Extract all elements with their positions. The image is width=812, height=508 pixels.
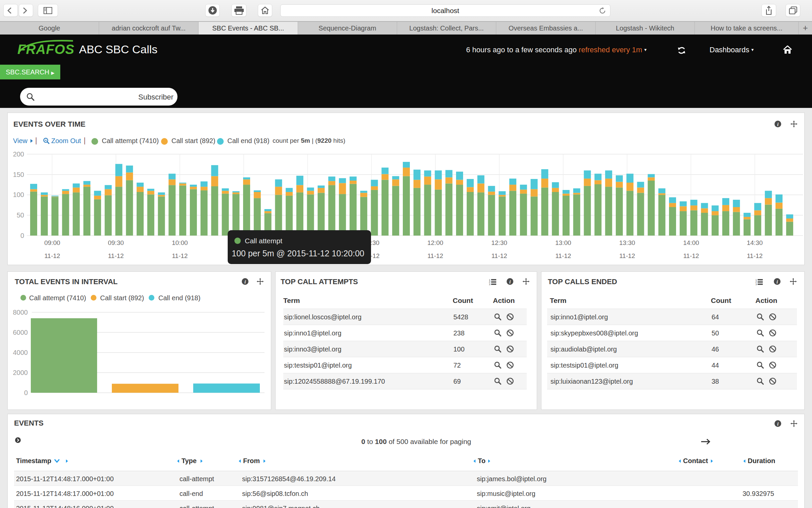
svg-text:3: 3 bbox=[489, 283, 490, 286]
svg-text:10:00: 10:00 bbox=[172, 239, 188, 246]
svg-text:2000: 2000 bbox=[13, 369, 28, 376]
svg-text:3: 3 bbox=[755, 283, 757, 286]
svg-text:11-12: 11-12 bbox=[683, 252, 699, 259]
svg-text:09:30: 09:30 bbox=[108, 239, 124, 246]
svg-text:11-12: 11-12 bbox=[44, 252, 60, 259]
svg-text:50: 50 bbox=[17, 211, 24, 219]
svg-text:12:00: 12:00 bbox=[427, 239, 443, 246]
svg-text:11-12: 11-12 bbox=[108, 252, 124, 259]
svg-text:11-12: 11-12 bbox=[747, 252, 762, 259]
svg-text:6000: 6000 bbox=[13, 329, 28, 336]
svg-text:11-12: 11-12 bbox=[619, 252, 635, 259]
svg-text:13:30: 13:30 bbox=[619, 239, 635, 246]
svg-text:0: 0 bbox=[24, 389, 28, 396]
svg-text:200: 200 bbox=[13, 151, 24, 158]
svg-text:0: 0 bbox=[20, 232, 24, 239]
svg-text:14:30: 14:30 bbox=[747, 239, 763, 246]
svg-text:09:00: 09:00 bbox=[44, 239, 60, 246]
svg-text:8000: 8000 bbox=[13, 309, 28, 316]
svg-text:100: 100 bbox=[13, 191, 24, 198]
svg-text:FRAFOS: FRAFOS bbox=[17, 42, 74, 56]
svg-text:11-12: 11-12 bbox=[427, 252, 443, 259]
svg-text:14:00: 14:00 bbox=[683, 239, 699, 246]
svg-text:4000: 4000 bbox=[13, 349, 28, 356]
svg-text:150: 150 bbox=[13, 171, 24, 178]
svg-text:12:30: 12:30 bbox=[491, 239, 507, 246]
svg-text:11-12: 11-12 bbox=[491, 252, 507, 259]
svg-text:11-12: 11-12 bbox=[172, 252, 188, 259]
svg-text:11-12: 11-12 bbox=[555, 252, 571, 259]
svg-text:13:00: 13:00 bbox=[555, 239, 571, 246]
